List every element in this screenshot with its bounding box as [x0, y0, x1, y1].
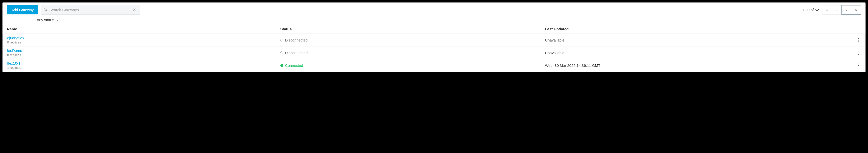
status-dot-disconnected-icon — [280, 52, 283, 54]
table-header: Name Status Last Updated — [2, 25, 866, 34]
status-filter-select[interactable]: Any status ⌄ — [35, 17, 60, 23]
cell-actions: ⋮ — [851, 38, 861, 42]
table-row: leoDemo0 replicasDisconnectedUnavailable… — [3, 47, 865, 59]
cell-status: Disconnected — [280, 51, 545, 55]
clear-search-icon[interactable]: ✕ — [131, 8, 137, 12]
status-text: Connected — [285, 63, 303, 67]
chevron-down-icon: ⌄ — [56, 18, 59, 22]
row-menu-icon[interactable]: ⋮ — [851, 51, 861, 55]
status-dot-connected-icon — [280, 64, 283, 67]
status-text: Disconnected — [285, 51, 308, 55]
cell-updated: Unavailable — [545, 38, 851, 42]
page-buttons: « ‹ › » — [822, 5, 861, 14]
search-icon — [43, 7, 48, 12]
status-text: Disconnected — [285, 38, 308, 42]
table-row: djuangflex0 replicasDisconnectedUnavaila… — [3, 34, 865, 47]
gateways-table: Name Status Last Updated djuangflex0 rep… — [2, 25, 866, 72]
table-body: djuangflex0 replicasDisconnectedUnavaila… — [2, 34, 866, 72]
filter-row: Any status ⌄ — [2, 16, 866, 25]
svg-point-0 — [44, 8, 46, 10]
status-dot-disconnected-icon — [280, 39, 283, 41]
replicas-label: 1 replicas — [7, 66, 280, 69]
svg-line-1 — [46, 10, 47, 11]
cell-name: djuangflex0 replicas — [7, 36, 280, 44]
page-last-button[interactable]: » — [851, 5, 861, 14]
cell-actions: ⋮ — [851, 63, 861, 67]
divider — [142, 6, 142, 14]
column-header-name[interactable]: Name — [7, 27, 280, 31]
page-next-button[interactable]: › — [841, 5, 851, 14]
cell-updated: Unavailable — [545, 51, 851, 55]
cell-name: flex10-11 replicas — [7, 61, 280, 69]
page-first-button[interactable]: « — [822, 5, 832, 14]
cell-actions: ⋮ — [851, 51, 861, 55]
row-menu-icon[interactable]: ⋮ — [851, 63, 861, 67]
page-prev-button[interactable]: ‹ — [832, 5, 842, 14]
row-menu-icon[interactable]: ⋮ — [851, 38, 861, 42]
replicas-label: 0 replicas — [7, 53, 280, 57]
cell-updated: Wed, 30 Mar 2022 14:36:11 GMT — [545, 63, 851, 67]
column-header-status[interactable]: Status — [280, 27, 545, 31]
cell-name: leoDemo0 replicas — [7, 49, 280, 57]
page-range-label: 1-20 of 52 — [802, 8, 819, 12]
cell-status: Connected — [280, 63, 545, 67]
search-field-wrapper: ✕ — [41, 5, 140, 14]
column-header-actions — [851, 27, 861, 31]
gateway-name-link[interactable]: flex10-1 — [7, 61, 20, 65]
status-filter-label: Any status — [37, 18, 54, 22]
column-header-updated[interactable]: Last Updated — [545, 27, 851, 31]
table-row: flex10-11 replicasConnectedWed, 30 Mar 2… — [3, 59, 865, 71]
toolbar: Add Gateway ✕ 1-20 of 52 « ‹ › » — [2, 2, 866, 16]
gateway-name-link[interactable]: djuangflex — [7, 36, 24, 40]
replicas-label: 0 replicas — [7, 40, 280, 44]
gateways-panel: Add Gateway ✕ 1-20 of 52 « ‹ › » Any sta… — [2, 2, 866, 72]
search-input[interactable] — [48, 7, 131, 13]
add-gateway-button[interactable]: Add Gateway — [7, 5, 38, 14]
pagination: 1-20 of 52 « ‹ › » — [802, 5, 861, 14]
gateway-name-link[interactable]: leoDemo — [7, 49, 22, 53]
cell-status: Disconnected — [280, 38, 545, 42]
